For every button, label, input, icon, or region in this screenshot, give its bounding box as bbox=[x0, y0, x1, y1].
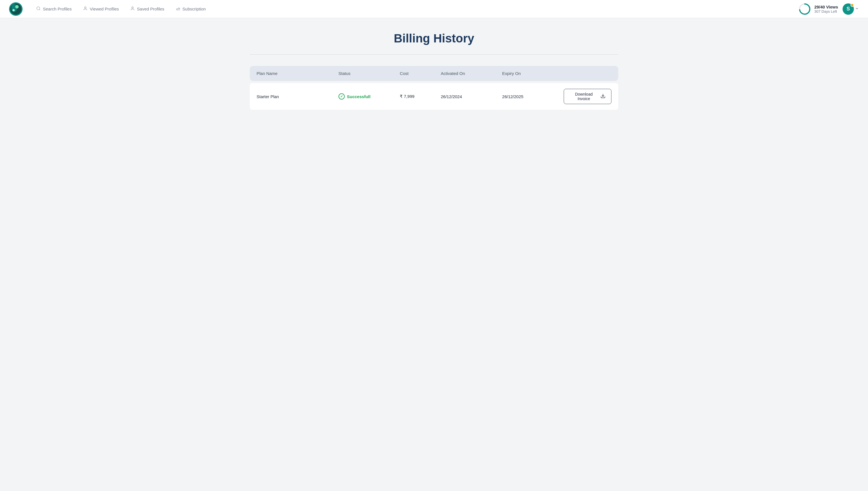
page-title: Billing History bbox=[250, 32, 618, 45]
notification-dot bbox=[850, 3, 854, 7]
svg-point-5 bbox=[37, 7, 40, 10]
avatar: S bbox=[843, 3, 854, 15]
nav-subscription[interactable]: Subscription bbox=[171, 4, 211, 14]
download-icon bbox=[600, 93, 606, 99]
cell-activated-on: 26/12/2024 bbox=[434, 89, 495, 105]
svg-point-3 bbox=[15, 5, 19, 8]
nav-links: Search Profiles Viewed Profiles Saved Pr… bbox=[32, 4, 799, 14]
svg-point-6 bbox=[85, 7, 86, 8]
logo[interactable] bbox=[9, 2, 23, 16]
nav-saved-profiles[interactable]: Saved Profiles bbox=[126, 4, 169, 14]
col-activated-on: Activated On bbox=[434, 66, 495, 81]
table-row: Starter Plan Successfull ₹ 7,999 26/12/2… bbox=[250, 83, 618, 110]
nav-search-profiles-label: Search Profiles bbox=[43, 6, 72, 11]
person-bookmark-icon bbox=[130, 6, 135, 12]
col-actions bbox=[557, 66, 618, 81]
cell-status: Successfull bbox=[332, 88, 393, 105]
views-text: 29/40 Views 307 Days Left bbox=[814, 4, 838, 13]
divider bbox=[250, 54, 618, 55]
person-icon bbox=[83, 6, 88, 12]
nav-viewed-profiles[interactable]: Viewed Profiles bbox=[79, 4, 123, 14]
status-success-badge: Successfull bbox=[339, 93, 386, 99]
views-counter: 29/40 Views 307 Days Left bbox=[799, 3, 838, 15]
navbar-right: 29/40 Views 307 Days Left S bbox=[799, 3, 859, 15]
cell-plan-name: Starter Plan bbox=[250, 89, 332, 105]
svg-point-4 bbox=[12, 9, 15, 11]
check-circle-icon bbox=[339, 93, 345, 99]
views-count: 29/40 Views bbox=[814, 4, 838, 9]
nav-saved-profiles-label: Saved Profiles bbox=[137, 6, 164, 11]
chevron-down-icon bbox=[855, 6, 859, 11]
col-plan-name: Plan Name bbox=[250, 66, 332, 81]
table-header: Plan Name Status Cost Activated On Expir… bbox=[250, 66, 618, 81]
cell-cost: ₹ 7,999 bbox=[393, 88, 434, 105]
nav-viewed-profiles-label: Viewed Profiles bbox=[90, 6, 119, 11]
nav-subscription-label: Subscription bbox=[183, 6, 206, 11]
status-label: Successfull bbox=[347, 94, 370, 99]
crown-icon bbox=[176, 6, 180, 12]
user-menu[interactable]: S bbox=[843, 3, 859, 15]
download-invoice-label: Download Invoice bbox=[569, 92, 598, 101]
navbar: Search Profiles Viewed Profiles Saved Pr… bbox=[0, 0, 868, 18]
svg-point-7 bbox=[132, 7, 133, 8]
views-days: 307 Days Left bbox=[814, 9, 837, 13]
col-expiry-on: Expiry On bbox=[495, 66, 557, 81]
col-cost: Cost bbox=[393, 66, 434, 81]
download-invoice-button[interactable]: Download Invoice bbox=[564, 89, 612, 104]
progress-ring bbox=[799, 3, 811, 15]
main-content: Billing History Plan Name Status Cost Ac… bbox=[236, 18, 632, 123]
cell-actions: Download Invoice bbox=[557, 83, 618, 110]
nav-search-profiles[interactable]: Search Profiles bbox=[32, 4, 76, 14]
col-status: Status bbox=[332, 66, 393, 81]
cell-expiry-on: 26/12/2025 bbox=[495, 89, 557, 105]
search-icon bbox=[36, 6, 41, 12]
